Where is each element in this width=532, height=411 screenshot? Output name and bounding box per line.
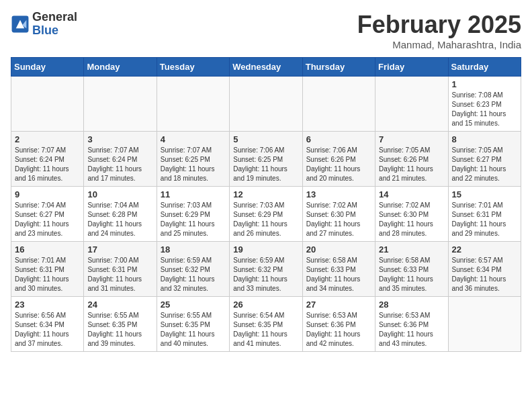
- day-info: Sunrise: 6:53 AMSunset: 6:36 PMDaylight:…: [379, 311, 444, 349]
- day-cell: 23Sunrise: 6:56 AMSunset: 6:34 PMDayligh…: [11, 297, 84, 352]
- day-cell: 14Sunrise: 7:02 AMSunset: 6:30 PMDayligh…: [375, 187, 448, 242]
- day-number: 2: [15, 134, 80, 144]
- day-info: Sunrise: 6:58 AMSunset: 6:33 PMDaylight:…: [379, 256, 444, 293]
- day-number: 19: [233, 244, 298, 255]
- day-cell: 13Sunrise: 7:02 AMSunset: 6:30 PMDayligh…: [302, 187, 375, 242]
- logo-icon: [11, 15, 30, 34]
- day-number: 18: [161, 244, 226, 255]
- day-cell: [11, 77, 84, 132]
- day-cell: 25Sunrise: 6:55 AMSunset: 6:35 PMDayligh…: [157, 297, 229, 352]
- week-row-0: 1Sunrise: 7:08 AMSunset: 6:23 PMDaylight…: [11, 77, 521, 132]
- day-info: Sunrise: 6:59 AMSunset: 6:32 PMDaylight:…: [233, 256, 298, 293]
- day-cell: 19Sunrise: 6:59 AMSunset: 6:32 PMDayligh…: [230, 242, 302, 297]
- day-number: 10: [87, 189, 152, 199]
- day-cell: 28Sunrise: 6:53 AMSunset: 6:36 PMDayligh…: [375, 297, 448, 352]
- day-cell: 9Sunrise: 7:04 AMSunset: 6:27 PMDaylight…: [11, 187, 84, 242]
- day-info: Sunrise: 7:05 AMSunset: 6:26 PMDaylight:…: [379, 146, 444, 183]
- day-info: Sunrise: 6:53 AMSunset: 6:36 PMDaylight:…: [306, 311, 371, 349]
- day-cell: 15Sunrise: 7:01 AMSunset: 6:31 PMDayligh…: [448, 187, 521, 242]
- day-info: Sunrise: 7:06 AMSunset: 6:26 PMDaylight:…: [306, 146, 371, 183]
- day-cell: 11Sunrise: 7:03 AMSunset: 6:29 PMDayligh…: [157, 187, 229, 242]
- day-info: Sunrise: 7:07 AMSunset: 6:24 PMDaylight:…: [15, 146, 80, 183]
- day-info: Sunrise: 7:02 AMSunset: 6:30 PMDaylight:…: [379, 201, 444, 238]
- day-info: Sunrise: 7:04 AMSunset: 6:27 PMDaylight:…: [15, 201, 80, 238]
- weekday-header-row: SundayMondayTuesdayWednesdayThursdayFrid…: [11, 58, 521, 77]
- day-cell: 22Sunrise: 6:57 AMSunset: 6:34 PMDayligh…: [448, 242, 521, 297]
- day-cell: 8Sunrise: 7:05 AMSunset: 6:27 PMDaylight…: [448, 132, 521, 187]
- day-info: Sunrise: 7:07 AMSunset: 6:25 PMDaylight:…: [161, 146, 226, 183]
- day-number: 9: [15, 189, 80, 199]
- day-number: 6: [306, 134, 371, 144]
- page-header: General Blue February 2025 Manmad, Mahar…: [11, 11, 521, 50]
- day-cell: [375, 77, 448, 132]
- location-subtitle: Manmad, Maharashtra, India: [357, 39, 521, 50]
- day-number: 11: [161, 189, 226, 199]
- day-info: Sunrise: 7:08 AMSunset: 6:23 PMDaylight:…: [452, 91, 517, 128]
- day-info: Sunrise: 6:57 AMSunset: 6:34 PMDaylight:…: [452, 256, 517, 293]
- day-number: 16: [15, 244, 80, 255]
- day-info: Sunrise: 6:56 AMSunset: 6:34 PMDaylight:…: [15, 311, 80, 349]
- day-number: 17: [87, 244, 152, 255]
- title-block: February 2025 Manmad, Maharashtra, India: [357, 11, 521, 50]
- day-info: Sunrise: 7:06 AMSunset: 6:25 PMDaylight:…: [233, 146, 298, 183]
- day-cell: 21Sunrise: 6:58 AMSunset: 6:33 PMDayligh…: [375, 242, 448, 297]
- day-info: Sunrise: 7:03 AMSunset: 6:29 PMDaylight:…: [161, 201, 226, 238]
- day-info: Sunrise: 6:55 AMSunset: 6:35 PMDaylight:…: [87, 311, 152, 349]
- day-number: 13: [306, 189, 371, 199]
- day-cell: 10Sunrise: 7:04 AMSunset: 6:28 PMDayligh…: [84, 187, 157, 242]
- weekday-header-tuesday: Tuesday: [157, 58, 229, 77]
- day-number: 12: [233, 189, 298, 199]
- day-number: 23: [15, 300, 80, 310]
- day-cell: 17Sunrise: 7:00 AMSunset: 6:31 PMDayligh…: [84, 242, 157, 297]
- weekday-header-monday: Monday: [84, 58, 157, 77]
- day-cell: [230, 77, 302, 132]
- day-cell: 2Sunrise: 7:07 AMSunset: 6:24 PMDaylight…: [11, 132, 84, 187]
- day-info: Sunrise: 7:02 AMSunset: 6:30 PMDaylight:…: [306, 201, 371, 238]
- day-cell: [302, 77, 375, 132]
- week-row-3: 16Sunrise: 7:01 AMSunset: 6:31 PMDayligh…: [11, 242, 521, 297]
- day-info: Sunrise: 7:07 AMSunset: 6:24 PMDaylight:…: [87, 146, 152, 183]
- day-number: 5: [233, 134, 298, 144]
- day-cell: 27Sunrise: 6:53 AMSunset: 6:36 PMDayligh…: [302, 297, 375, 352]
- weekday-header-sunday: Sunday: [11, 58, 84, 77]
- day-cell: 6Sunrise: 7:06 AMSunset: 6:26 PMDaylight…: [302, 132, 375, 187]
- day-number: 27: [306, 300, 371, 310]
- day-cell: 4Sunrise: 7:07 AMSunset: 6:25 PMDaylight…: [157, 132, 229, 187]
- day-cell: 3Sunrise: 7:07 AMSunset: 6:24 PMDaylight…: [84, 132, 157, 187]
- day-info: Sunrise: 7:00 AMSunset: 6:31 PMDaylight:…: [87, 256, 152, 293]
- day-info: Sunrise: 6:59 AMSunset: 6:32 PMDaylight:…: [161, 256, 226, 293]
- logo-blue-text: Blue: [32, 24, 77, 38]
- logo: General Blue: [11, 11, 77, 38]
- day-number: 4: [161, 134, 226, 144]
- day-number: 24: [87, 300, 152, 310]
- day-cell: 5Sunrise: 7:06 AMSunset: 6:25 PMDaylight…: [230, 132, 302, 187]
- day-number: 25: [161, 300, 226, 310]
- day-info: Sunrise: 6:58 AMSunset: 6:33 PMDaylight:…: [306, 256, 371, 293]
- day-info: Sunrise: 6:54 AMSunset: 6:35 PMDaylight:…: [233, 311, 298, 349]
- day-number: 28: [379, 300, 444, 310]
- day-number: 1: [452, 79, 517, 89]
- day-cell: [84, 77, 157, 132]
- day-cell: [448, 297, 521, 352]
- week-row-2: 9Sunrise: 7:04 AMSunset: 6:27 PMDaylight…: [11, 187, 521, 242]
- weekday-header-friday: Friday: [375, 58, 448, 77]
- day-cell: 20Sunrise: 6:58 AMSunset: 6:33 PMDayligh…: [302, 242, 375, 297]
- weekday-header-wednesday: Wednesday: [230, 58, 302, 77]
- day-info: Sunrise: 7:01 AMSunset: 6:31 PMDaylight:…: [452, 201, 517, 238]
- day-info: Sunrise: 7:04 AMSunset: 6:28 PMDaylight:…: [87, 201, 152, 238]
- week-row-1: 2Sunrise: 7:07 AMSunset: 6:24 PMDaylight…: [11, 132, 521, 187]
- day-cell: 26Sunrise: 6:54 AMSunset: 6:35 PMDayligh…: [230, 297, 302, 352]
- day-info: Sunrise: 7:05 AMSunset: 6:27 PMDaylight:…: [452, 146, 517, 183]
- day-number: 20: [306, 244, 371, 255]
- day-number: 22: [452, 244, 517, 255]
- day-number: 8: [452, 134, 517, 144]
- day-number: 3: [87, 134, 152, 144]
- day-number: 14: [379, 189, 444, 199]
- month-title: February 2025: [357, 11, 521, 39]
- day-info: Sunrise: 6:55 AMSunset: 6:35 PMDaylight:…: [161, 311, 226, 349]
- day-cell: 1Sunrise: 7:08 AMSunset: 6:23 PMDaylight…: [448, 77, 521, 132]
- day-cell: 18Sunrise: 6:59 AMSunset: 6:32 PMDayligh…: [157, 242, 229, 297]
- day-number: 21: [379, 244, 444, 255]
- day-cell: [157, 77, 229, 132]
- day-number: 26: [233, 300, 298, 310]
